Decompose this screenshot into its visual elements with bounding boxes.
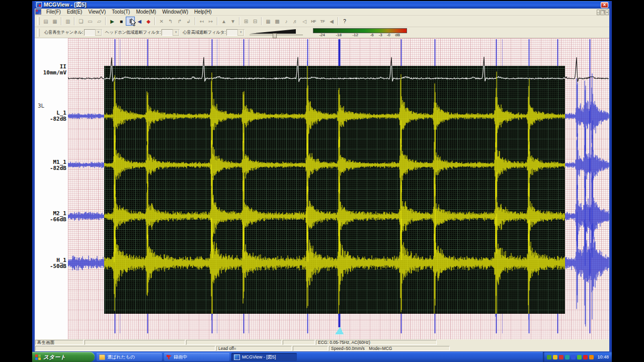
- task-button-0[interactable]: 選ばれたもの: [97, 353, 162, 361]
- save-icon[interactable]: ▦: [50, 17, 59, 26]
- tf-filter-icon[interactable]: TF: [318, 17, 327, 26]
- gain-down-icon[interactable]: ▼: [228, 17, 237, 26]
- tray-icon-4[interactable]: [571, 355, 576, 359]
- toolbar-separator: [105, 17, 106, 25]
- app-icon: [36, 2, 42, 8]
- waveform-canvas[interactable]: [35, 38, 609, 339]
- taskbar-clock: 10:48: [597, 354, 609, 359]
- sound-toolbar-combo-2[interactable]: ▼: [226, 29, 245, 36]
- copy-icon[interactable]: ❏: [76, 17, 86, 26]
- db-tick: -18: [336, 33, 342, 37]
- start-button[interactable]: スタート: [32, 352, 95, 362]
- menu-file[interactable]: File(F): [43, 9, 64, 15]
- notes-icon[interactable]: ♬: [291, 17, 300, 26]
- combo-arrow-icon[interactable]: ▼: [95, 29, 102, 36]
- video-frame: MCGView - [図5] × File(F)Edit(E)View(V)To…: [0, 0, 644, 362]
- toolbar-grip[interactable]: [37, 29, 40, 37]
- status-bar: 再生画面ECG: 0.05-75Hz, AC(60Hz) Lead off=Sp…: [35, 339, 609, 351]
- tray-icon-2[interactable]: [559, 355, 564, 359]
- mcgview-window: MCGView - [図5] × File(F)Edit(E)View(V)To…: [32, 1, 612, 352]
- marker-icon[interactable]: ◆: [144, 17, 153, 26]
- level-meter: -24-18-12-6-3-0dB: [313, 28, 412, 37]
- sound-toolbar-label-1: ヘッドホン低域遮断フィルタ:: [105, 30, 160, 36]
- menu-window[interactable]: Window(W): [159, 9, 191, 15]
- print-icon[interactable]: ▥: [63, 17, 72, 26]
- desktop: MCGView - [図5] × File(F)Edit(E)View(V)To…: [32, 0, 612, 362]
- hf-filter-icon[interactable]: HF: [309, 17, 318, 26]
- jump-back-icon[interactable]: ↰: [166, 17, 175, 26]
- menu-mode[interactable]: Mode(M): [133, 9, 159, 15]
- db-tick: -3: [379, 33, 382, 37]
- grid-icon[interactable]: ▦: [264, 17, 273, 26]
- zoom-in-icon[interactable]: ⊞: [242, 17, 251, 26]
- tray-icon-7[interactable]: [589, 355, 594, 359]
- sound-toolbar-label-0: 心音再生チャンネル:: [44, 30, 83, 36]
- mdi-restore-button[interactable]: ❐: [600, 10, 605, 15]
- folder-icon: [99, 354, 105, 360]
- db-tick: -24: [319, 33, 325, 37]
- toolbar-grip[interactable]: [37, 17, 40, 25]
- status-panel: 再生画面: [35, 340, 84, 345]
- layout-icon[interactable]: ▱: [95, 17, 104, 26]
- status-panel: ECG: 0.05-75Hz, AC(60Hz): [316, 340, 437, 345]
- playback-marker-triangle[interactable]: [335, 327, 344, 334]
- sound-toolbar-combo-1[interactable]: ▼: [162, 29, 180, 36]
- mdi-window-buttons: –❐×: [597, 9, 609, 15]
- record-icon: [167, 355, 172, 359]
- cut-icon[interactable]: ✕: [157, 17, 166, 26]
- mdi-close-button[interactable]: ×: [605, 10, 609, 15]
- page-right-icon[interactable]: ↦: [206, 17, 215, 26]
- db-tick: dB: [395, 33, 400, 37]
- title-bar[interactable]: MCGView - [図5] ×: [35, 1, 609, 9]
- help-icon[interactable]: ?: [340, 17, 349, 26]
- mute-icon[interactable]: ◀: [327, 17, 336, 26]
- menu-edit[interactable]: Edit(E): [64, 9, 86, 15]
- tray-icon-1[interactable]: [553, 355, 557, 359]
- menu-view[interactable]: View(V): [85, 9, 109, 15]
- mdi-minimize-button[interactable]: –: [597, 10, 600, 15]
- speaker-icon[interactable]: ◁: [300, 17, 309, 26]
- volume-thumb[interactable]: [273, 33, 277, 38]
- waveform-view: II10mm/mVL_1-82dBM1_1-82dBM2_1-66dBH_1-5…: [35, 38, 609, 339]
- tray-icon-6[interactable]: [583, 355, 588, 359]
- toolbar-separator: [61, 17, 62, 25]
- level-meter-gradient: [313, 28, 407, 33]
- page-left-icon[interactable]: ↤: [197, 17, 206, 26]
- combo-arrow-icon[interactable]: ▼: [173, 29, 179, 36]
- tray-icon-0[interactable]: [547, 355, 551, 359]
- status-panel: Speed=50.0mm/s Mode=MCG: [329, 346, 450, 351]
- toolbar-separator: [338, 17, 339, 25]
- combo-arrow-icon[interactable]: ▼: [237, 29, 244, 36]
- note-icon[interactable]: ♪: [282, 17, 291, 26]
- menu-items: File(F)Edit(E)View(V)Tools(T)Mode(M)Wind…: [43, 9, 215, 15]
- windows-flag-icon: [35, 354, 41, 360]
- window-title: MCGView - [図5]: [44, 1, 601, 9]
- close-button[interactable]: ×: [601, 2, 608, 8]
- report-icon[interactable]: ▭: [86, 17, 95, 26]
- tray-icon-3[interactable]: [565, 355, 570, 359]
- start-label: スタート: [43, 353, 66, 361]
- stop-icon[interactable]: ■: [117, 17, 126, 26]
- play-icon[interactable]: ▶: [108, 17, 117, 26]
- toolbar-separator: [154, 17, 155, 25]
- menu-help[interactable]: Help(H): [191, 9, 214, 15]
- mouse-cursor: [131, 19, 137, 27]
- volume-slider[interactable]: [250, 28, 306, 37]
- toolbar-separator: [261, 17, 262, 25]
- menu-tools[interactable]: Tools(T): [109, 9, 133, 15]
- mdi-child-icon[interactable]: [35, 9, 41, 15]
- return-icon[interactable]: ↲: [184, 17, 193, 26]
- task-button-2[interactable]: MCGView - [図5]: [231, 353, 297, 361]
- status-panel: [293, 346, 328, 351]
- open-icon[interactable]: ▤: [41, 17, 50, 26]
- menu-bar: File(F)Edit(E)View(V)Tools(T)Mode(M)Wind…: [35, 9, 609, 16]
- jump-fwd-icon[interactable]: ↱: [175, 17, 184, 26]
- db-tick: -12: [352, 33, 358, 37]
- sound-toolbar-combo-0[interactable]: ▼: [84, 29, 102, 36]
- zoom-out-icon[interactable]: ⊟: [251, 17, 260, 26]
- tray-icon-5[interactable]: [577, 355, 582, 359]
- hatch-icon[interactable]: ▩: [273, 17, 282, 26]
- toolbar-separator: [217, 17, 218, 25]
- gain-up-icon[interactable]: ▲: [219, 17, 228, 26]
- task-button-1[interactable]: 録画中: [164, 353, 229, 361]
